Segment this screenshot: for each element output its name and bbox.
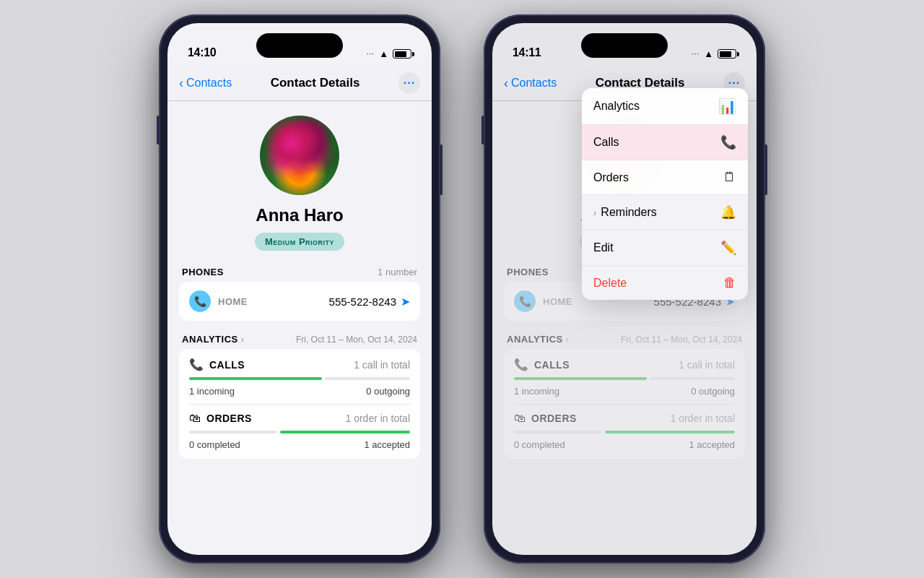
status-time-left: 14:10 bbox=[188, 46, 216, 59]
orders-accepted-text-left: accepted bbox=[372, 439, 410, 450]
calls-total-left: 1 call in total bbox=[354, 359, 410, 371]
calls-incoming-count-left: 1 bbox=[189, 386, 194, 397]
phones-section-left: Phones 1 number 📞 Home 555-522-8243 ➤ bbox=[167, 262, 432, 321]
side-button-right-phone bbox=[481, 116, 484, 144]
power-button bbox=[440, 144, 443, 195]
phones-card-left: 📞 Home 555-522-8243 ➤ bbox=[179, 282, 420, 321]
calls-outgoing-text-left: outgoing bbox=[374, 386, 410, 397]
calls-title-left: Calls bbox=[209, 359, 245, 371]
calls-icon-label-left: 📞 Calls bbox=[189, 358, 245, 371]
phone-row-left[interactable]: 📞 Home 555-522-8243 ➤ bbox=[179, 282, 420, 321]
dropdown-reminders-label: › Reminders bbox=[593, 206, 657, 219]
phone-screen-right: 14:11 ··· ▲ ‹ Contacts Contact Details ·… bbox=[492, 23, 757, 555]
phone-number-value-left: 555-522-8243 bbox=[329, 296, 396, 308]
analytics-header-left: Analytics › Fri, Oct 11 – Mon, Oct 14, 2… bbox=[179, 329, 420, 349]
dropdown-item-orders[interactable]: Orders 🗒 bbox=[582, 160, 748, 195]
phones-title-left: Phones bbox=[182, 267, 224, 277]
orders-completed-text-left: completed bbox=[197, 439, 240, 450]
calls-menu-icon: 📞 bbox=[720, 134, 736, 150]
orders-total-left: 1 order in total bbox=[346, 413, 411, 424]
priority-badge-left: Medium Priority bbox=[255, 233, 344, 251]
dropdown-delete-label: Delete bbox=[593, 277, 627, 290]
analytics-date-left: Fri, Oct 11 – Mon, Oct 14, 2024 bbox=[296, 335, 417, 345]
orders-bar-labels-left: 0 completed 1 accepted bbox=[189, 439, 410, 450]
contact-header-left: Anna Haro Medium Priority bbox=[167, 101, 432, 262]
calls-bar-green-left bbox=[189, 377, 322, 380]
analytics-section-left: Analytics › Fri, Oct 11 – Mon, Oct 14, 2… bbox=[167, 329, 432, 459]
calls-incoming-label-left: 1 incoming bbox=[189, 386, 235, 397]
contact-name-left: Anna Haro bbox=[256, 205, 343, 225]
side-button bbox=[157, 116, 160, 144]
analytics-divider-left bbox=[189, 404, 410, 405]
calls-bar-left bbox=[189, 377, 410, 380]
dropdown-edit-label: Edit bbox=[593, 241, 614, 254]
orders-icon-label-left: 🛍 Orders bbox=[189, 412, 252, 425]
back-chevron-left: ‹ bbox=[179, 77, 183, 90]
orders-title-left: Orders bbox=[206, 413, 252, 424]
orders-completed-count-left: 0 bbox=[189, 439, 194, 450]
dropdown-analytics-label: Analytics bbox=[593, 100, 640, 113]
dropdown-overlay[interactable]: Analytics 📊 Calls 📞 Orders 🗒 › bbox=[492, 23, 757, 555]
left-phone: 14:10 ··· ▲ ‹ Contacts Contact Details ·… bbox=[159, 14, 440, 564]
calls-icon-left: 📞 bbox=[189, 358, 204, 371]
status-icons-left: ··· ▲ bbox=[367, 48, 411, 59]
analytics-title-left: Analytics bbox=[182, 334, 238, 345]
nav-title-left: Contact Details bbox=[271, 76, 360, 90]
phone-icon-left: 📞 bbox=[189, 290, 211, 312]
calls-header-left: 📞 Calls 1 call in total bbox=[189, 358, 410, 371]
more-dots-left: ··· bbox=[404, 77, 415, 90]
dropdown-item-reminders[interactable]: › Reminders 🔔 bbox=[582, 195, 748, 230]
phone-label-left: Home bbox=[218, 296, 248, 307]
calls-outgoing-count-left: 0 bbox=[366, 386, 371, 397]
edit-menu-icon: ✏️ bbox=[720, 240, 736, 256]
orders-menu-icon: 🗒 bbox=[723, 170, 736, 185]
phones-section-header-left: Phones 1 number bbox=[179, 262, 420, 282]
orders-bar-left bbox=[189, 431, 410, 434]
orders-icon-left: 🛍 bbox=[189, 412, 201, 425]
analytics-menu-icon: 📊 bbox=[718, 98, 736, 115]
phone-screen-left: 14:10 ··· ▲ ‹ Contacts Contact Details ·… bbox=[167, 23, 432, 555]
reminders-chevron: › bbox=[593, 207, 596, 218]
right-phone: 14:11 ··· ▲ ‹ Contacts Contact Details ·… bbox=[484, 14, 765, 564]
orders-bar-green-left bbox=[280, 431, 410, 434]
orders-accepted-count-left: 1 bbox=[364, 439, 369, 450]
dropdown-orders-label: Orders bbox=[593, 171, 629, 184]
nav-bar-left: ‹ Contacts Contact Details ··· bbox=[167, 65, 432, 101]
analytics-card-left: 📞 Calls 1 call in total 1 incoming bbox=[179, 349, 420, 459]
power-button-right bbox=[764, 144, 767, 195]
dropdown-menu: Analytics 📊 Calls 📞 Orders 🗒 › bbox=[582, 88, 748, 300]
calls-outgoing-label-left: 0 outgoing bbox=[366, 386, 410, 397]
signal-icon-left: ··· bbox=[367, 50, 375, 58]
phone-number-left: 555-522-8243 ➤ bbox=[329, 295, 410, 309]
delete-menu-icon: 🗑 bbox=[723, 275, 736, 290]
more-button-left[interactable]: ··· bbox=[398, 72, 420, 94]
dropdown-item-edit[interactable]: Edit ✏️ bbox=[582, 230, 748, 266]
back-button-left[interactable]: ‹ Contacts bbox=[179, 77, 232, 90]
analytics-chevron-left: › bbox=[241, 335, 244, 345]
wifi-icon-left: ▲ bbox=[379, 48, 388, 59]
orders-accepted-label-left: 1 accepted bbox=[364, 439, 410, 450]
dropdown-item-analytics[interactable]: Analytics 📊 bbox=[582, 88, 748, 125]
dropdown-calls-label: Calls bbox=[593, 136, 619, 149]
orders-completed-label-left: 0 completed bbox=[189, 439, 240, 450]
back-label-left: Contacts bbox=[186, 77, 232, 90]
calls-bar-gray-left bbox=[325, 377, 410, 380]
analytics-title-row-left: Analytics › bbox=[182, 334, 244, 345]
dropdown-item-calls[interactable]: Calls 📞 bbox=[582, 125, 748, 160]
orders-bar-gray-left bbox=[189, 431, 277, 434]
dynamic-island-left bbox=[256, 33, 343, 58]
dropdown-item-delete[interactable]: Delete 🗑 bbox=[582, 266, 748, 300]
battery-icon-left bbox=[393, 49, 411, 59]
scroll-content-left: Anna Haro Medium Priority Phones 1 numbe… bbox=[167, 101, 432, 555]
orders-header-left: 🛍 Orders 1 order in total bbox=[189, 412, 410, 425]
phone-redirect-left[interactable]: ➤ bbox=[401, 295, 410, 309]
calls-incoming-text-left: incoming bbox=[197, 386, 235, 397]
calls-bar-labels-left: 1 incoming 0 outgoing bbox=[189, 386, 410, 397]
battery-fill-left bbox=[395, 51, 407, 57]
avatar-left bbox=[260, 116, 339, 195]
reminders-menu-icon: 🔔 bbox=[720, 204, 736, 220]
avatar-image-left bbox=[260, 116, 339, 195]
phones-count-left: 1 number bbox=[378, 267, 417, 277]
